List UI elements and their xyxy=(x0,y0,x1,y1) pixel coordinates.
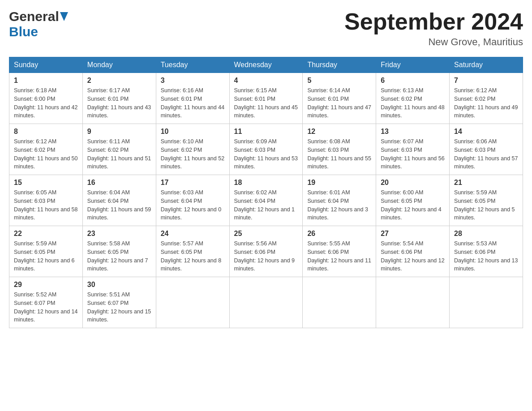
day-info: Sunrise: 6:08 AMSunset: 6:03 PMDaylight:… xyxy=(307,138,371,170)
day-number: 25 xyxy=(234,230,298,238)
calendar-day-cell: 16 Sunrise: 6:04 AMSunset: 6:04 PMDaylig… xyxy=(82,175,156,226)
logo-blue-text: Blue xyxy=(9,24,38,39)
day-info: Sunrise: 5:59 AMSunset: 6:05 PMDaylight:… xyxy=(14,240,75,272)
day-info: Sunrise: 6:12 AMSunset: 6:02 PMDaylight:… xyxy=(14,138,77,170)
day-info: Sunrise: 6:05 AMSunset: 6:03 PMDaylight:… xyxy=(14,189,77,221)
calendar-day-cell: 26 Sunrise: 5:55 AMSunset: 6:06 PMDaylig… xyxy=(303,226,376,277)
day-number: 29 xyxy=(14,281,78,289)
calendar-week-row: 29 Sunrise: 5:52 AMSunset: 6:07 PMDaylig… xyxy=(9,277,523,328)
day-number: 17 xyxy=(161,179,225,187)
logo-general-text: General xyxy=(9,9,59,24)
calendar-day-cell: 11 Sunrise: 6:09 AMSunset: 6:03 PMDaylig… xyxy=(229,124,303,175)
day-number: 22 xyxy=(14,230,78,238)
empty-cell xyxy=(376,277,450,328)
day-number: 24 xyxy=(161,230,225,238)
day-info: Sunrise: 6:10 AMSunset: 6:02 PMDaylight:… xyxy=(161,138,224,170)
day-info: Sunrise: 5:56 AMSunset: 6:06 PMDaylight:… xyxy=(234,240,295,272)
calendar-day-cell: 8 Sunrise: 6:12 AMSunset: 6:02 PMDayligh… xyxy=(9,124,83,175)
calendar-day-cell: 17 Sunrise: 6:03 AMSunset: 6:04 PMDaylig… xyxy=(156,175,229,226)
day-info: Sunrise: 6:03 AMSunset: 6:04 PMDaylight:… xyxy=(161,189,222,221)
day-info: Sunrise: 5:57 AMSunset: 6:05 PMDaylight:… xyxy=(161,240,222,272)
day-number: 9 xyxy=(87,128,151,136)
day-info: Sunrise: 6:07 AMSunset: 6:03 PMDaylight:… xyxy=(381,138,444,170)
calendar-week-row: 22 Sunrise: 5:59 AMSunset: 6:05 PMDaylig… xyxy=(9,226,523,277)
empty-cell xyxy=(229,277,303,328)
day-number: 7 xyxy=(454,77,518,85)
header: General Blue September 2024 New Grove, M… xyxy=(9,9,523,48)
day-number: 4 xyxy=(234,77,298,85)
day-number: 12 xyxy=(307,128,371,136)
day-info: Sunrise: 6:12 AMSunset: 6:02 PMDaylight:… xyxy=(454,87,518,119)
calendar-day-cell: 21 Sunrise: 5:59 AMSunset: 6:05 PMDaylig… xyxy=(450,175,523,226)
weekday-header-saturday: Saturday xyxy=(450,57,523,73)
logo: General Blue xyxy=(9,9,68,39)
day-info: Sunrise: 6:16 AMSunset: 6:01 PMDaylight:… xyxy=(161,87,224,119)
calendar-day-cell: 12 Sunrise: 6:08 AMSunset: 6:03 PMDaylig… xyxy=(303,124,376,175)
calendar-day-cell: 7 Sunrise: 6:12 AMSunset: 6:02 PMDayligh… xyxy=(450,73,523,124)
calendar-day-cell: 29 Sunrise: 5:52 AMSunset: 6:07 PMDaylig… xyxy=(9,277,83,328)
day-info: Sunrise: 5:58 AMSunset: 6:05 PMDaylight:… xyxy=(87,240,148,272)
day-number: 27 xyxy=(381,230,445,238)
calendar-week-row: 8 Sunrise: 6:12 AMSunset: 6:02 PMDayligh… xyxy=(9,124,523,175)
day-info: Sunrise: 6:01 AMSunset: 6:04 PMDaylight:… xyxy=(307,189,368,221)
location-title: New Grove, Mauritius xyxy=(344,36,523,48)
day-number: 28 xyxy=(454,230,518,238)
calendar-day-cell: 25 Sunrise: 5:56 AMSunset: 6:06 PMDaylig… xyxy=(229,226,303,277)
calendar-day-cell: 13 Sunrise: 6:07 AMSunset: 6:03 PMDaylig… xyxy=(376,124,450,175)
day-info: Sunrise: 6:18 AMSunset: 6:00 PMDaylight:… xyxy=(14,87,77,119)
day-info: Sunrise: 5:59 AMSunset: 6:05 PMDaylight:… xyxy=(454,189,515,221)
calendar-day-cell: 14 Sunrise: 6:06 AMSunset: 6:03 PMDaylig… xyxy=(450,124,523,175)
title-area: September 2024 New Grove, Mauritius xyxy=(344,9,523,48)
day-info: Sunrise: 5:53 AMSunset: 6:06 PMDaylight:… xyxy=(454,240,518,272)
calendar-day-cell: 2 Sunrise: 6:17 AMSunset: 6:01 PMDayligh… xyxy=(82,73,156,124)
weekday-header-wednesday: Wednesday xyxy=(229,57,303,73)
calendar-day-cell: 20 Sunrise: 6:00 AMSunset: 6:05 PMDaylig… xyxy=(376,175,450,226)
calendar-day-cell: 19 Sunrise: 6:01 AMSunset: 6:04 PMDaylig… xyxy=(303,175,376,226)
calendar-day-cell: 5 Sunrise: 6:14 AMSunset: 6:01 PMDayligh… xyxy=(303,73,376,124)
day-info: Sunrise: 6:15 AMSunset: 6:01 PMDaylight:… xyxy=(234,87,298,119)
empty-cell xyxy=(303,277,376,328)
day-info: Sunrise: 6:09 AMSunset: 6:03 PMDaylight:… xyxy=(234,138,298,170)
day-info: Sunrise: 6:04 AMSunset: 6:04 PMDaylight:… xyxy=(87,189,151,221)
calendar-day-cell: 30 Sunrise: 5:51 AMSunset: 6:07 PMDaylig… xyxy=(82,277,156,328)
calendar-day-cell: 28 Sunrise: 5:53 AMSunset: 6:06 PMDaylig… xyxy=(450,226,523,277)
day-info: Sunrise: 6:11 AMSunset: 6:02 PMDaylight:… xyxy=(87,138,151,170)
day-number: 3 xyxy=(161,77,225,85)
day-number: 15 xyxy=(14,179,78,187)
calendar-week-row: 15 Sunrise: 6:05 AMSunset: 6:03 PMDaylig… xyxy=(9,175,523,226)
calendar-day-cell: 24 Sunrise: 5:57 AMSunset: 6:05 PMDaylig… xyxy=(156,226,229,277)
day-info: Sunrise: 6:13 AMSunset: 6:02 PMDaylight:… xyxy=(381,87,444,119)
day-info: Sunrise: 6:14 AMSunset: 6:01 PMDaylight:… xyxy=(307,87,371,119)
weekday-header-thursday: Thursday xyxy=(303,57,376,73)
calendar-day-cell: 18 Sunrise: 6:02 AMSunset: 6:04 PMDaylig… xyxy=(229,175,303,226)
calendar-day-cell: 9 Sunrise: 6:11 AMSunset: 6:02 PMDayligh… xyxy=(82,124,156,175)
calendar-day-cell: 23 Sunrise: 5:58 AMSunset: 6:05 PMDaylig… xyxy=(82,226,156,277)
day-number: 6 xyxy=(381,77,445,85)
day-number: 20 xyxy=(381,179,445,187)
day-number: 13 xyxy=(381,128,445,136)
calendar-week-row: 1 Sunrise: 6:18 AMSunset: 6:00 PMDayligh… xyxy=(9,73,523,124)
day-info: Sunrise: 5:52 AMSunset: 6:07 PMDaylight:… xyxy=(14,291,77,323)
calendar-day-cell: 3 Sunrise: 6:16 AMSunset: 6:01 PMDayligh… xyxy=(156,73,229,124)
day-info: Sunrise: 5:54 AMSunset: 6:06 PMDaylight:… xyxy=(381,240,444,272)
logo-triangle-icon xyxy=(60,12,68,21)
calendar-day-cell: 27 Sunrise: 5:54 AMSunset: 6:06 PMDaylig… xyxy=(376,226,450,277)
empty-cell xyxy=(450,277,523,328)
weekday-header-sunday: Sunday xyxy=(9,57,83,73)
weekday-header-friday: Friday xyxy=(376,57,450,73)
day-info: Sunrise: 6:00 AMSunset: 6:05 PMDaylight:… xyxy=(381,189,442,221)
day-number: 26 xyxy=(307,230,371,238)
day-number: 2 xyxy=(87,77,151,85)
month-title: September 2024 xyxy=(344,9,523,34)
calendar-day-cell: 22 Sunrise: 5:59 AMSunset: 6:05 PMDaylig… xyxy=(9,226,83,277)
day-info: Sunrise: 5:51 AMSunset: 6:07 PMDaylight:… xyxy=(87,291,151,323)
weekday-header-row: SundayMondayTuesdayWednesdayThursdayFrid… xyxy=(9,57,523,73)
day-number: 8 xyxy=(14,128,78,136)
day-info: Sunrise: 6:02 AMSunset: 6:04 PMDaylight:… xyxy=(234,189,295,221)
svg-marker-0 xyxy=(60,12,68,21)
day-info: Sunrise: 6:17 AMSunset: 6:01 PMDaylight:… xyxy=(87,87,151,119)
calendar-table: SundayMondayTuesdayWednesdayThursdayFrid… xyxy=(9,57,523,328)
day-info: Sunrise: 6:06 AMSunset: 6:03 PMDaylight:… xyxy=(454,138,518,170)
day-number: 11 xyxy=(234,128,298,136)
calendar-day-cell: 1 Sunrise: 6:18 AMSunset: 6:00 PMDayligh… xyxy=(9,73,83,124)
